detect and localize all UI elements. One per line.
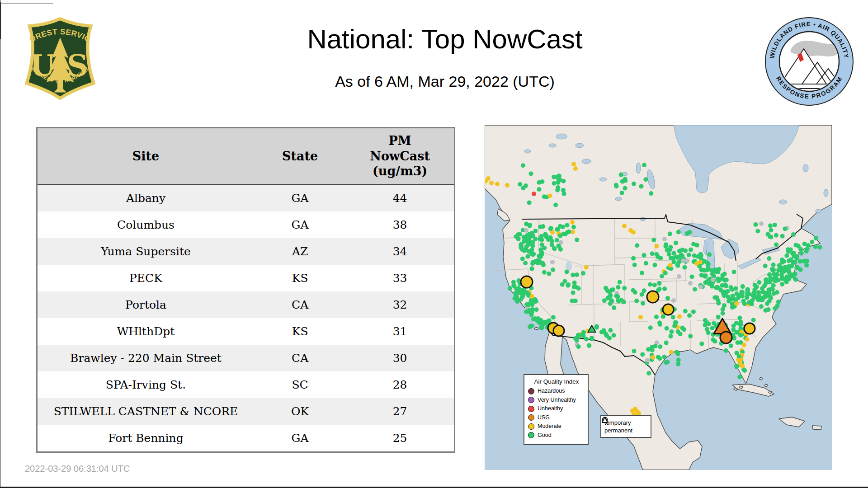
monitor-dot	[707, 252, 712, 257]
state-cell: GA	[254, 184, 346, 211]
monitor-dot	[557, 244, 561, 249]
monitor-dot	[648, 282, 652, 287]
monitor-dot	[813, 244, 818, 249]
monitor-dot	[788, 257, 793, 262]
monitor-dot	[665, 326, 669, 331]
monitor-dot	[771, 263, 776, 267]
monitor-dot	[685, 258, 689, 263]
monitor-dot	[784, 253, 789, 258]
monitor-dot	[544, 321, 549, 325]
monitor-dot	[740, 364, 745, 368]
monitor-dot	[818, 245, 822, 249]
monitor-dot	[664, 242, 668, 247]
site-cell: Portola	[37, 291, 254, 318]
monitor-dot	[705, 261, 710, 266]
monitor-dot	[738, 322, 743, 326]
monitor-dot	[767, 290, 771, 295]
monitor-dot	[672, 260, 676, 264]
table-side-divider	[460, 104, 460, 454]
state-cell: GA	[254, 211, 346, 238]
monitor-dot	[581, 333, 585, 338]
monitor-dot	[525, 236, 530, 240]
monitor-dot	[802, 242, 807, 246]
monitor-dot	[575, 238, 579, 242]
monitor-dot	[726, 299, 731, 303]
monitor-dot	[489, 181, 494, 185]
monitor-dot	[622, 224, 627, 228]
top-site-marker	[553, 325, 564, 336]
monitor-dot	[555, 238, 559, 242]
site-cell: Yuma Supersite	[37, 238, 254, 265]
monitor-dot	[765, 301, 769, 306]
monitor-dot	[724, 348, 728, 353]
unhealthy-swatch-icon	[528, 406, 534, 412]
monitor-dot	[631, 288, 635, 293]
monitor-dot	[662, 237, 667, 241]
monitor-dot	[635, 243, 639, 248]
monitor-dot	[599, 330, 604, 334]
monitor-dot	[711, 277, 715, 282]
monitor-dot	[587, 343, 591, 348]
monitor-dot	[681, 258, 685, 263]
monitor-dot	[649, 191, 653, 196]
site-cell: Brawley - 220 Main Street	[37, 345, 254, 371]
monitor-dot	[538, 254, 543, 259]
legend-item-permanent: permanent	[604, 427, 649, 434]
monitor-dot	[576, 344, 581, 349]
monitor-dot	[640, 352, 645, 357]
pm-nowcast-cell: 31	[346, 318, 454, 345]
aqi-legend-label: Very Unhealthy	[538, 397, 576, 403]
monitor-dot	[740, 290, 745, 295]
monitor-dot	[530, 294, 534, 299]
monitor-dot	[534, 307, 539, 312]
monitor-dot	[787, 264, 791, 268]
monitor-dot	[650, 252, 655, 256]
monitor-dot	[734, 301, 739, 306]
monitor-dot	[665, 296, 670, 300]
monitor-dot	[516, 232, 520, 237]
permanent-marker-icon	[601, 416, 609, 423]
state-cell: GA	[254, 425, 346, 452]
monitor-dot	[745, 287, 750, 291]
monitor-dot	[676, 352, 680, 356]
monitor-dot	[773, 223, 777, 227]
monitor-dot	[538, 237, 542, 241]
monitor-dot	[572, 281, 577, 285]
monitor-dot	[542, 194, 547, 199]
monitor-dot	[558, 178, 562, 182]
monitor-dot	[622, 286, 627, 291]
monitor-dot	[528, 223, 532, 227]
aqi-legend-item: USG	[528, 414, 585, 421]
monitor-dot	[567, 230, 571, 234]
monitor-dot	[644, 261, 648, 266]
report-page: FOREST SERVICE U S DEPARTMENT OF AGRICUL…	[0, 0, 868, 488]
monitor-dot	[668, 232, 672, 236]
site-cell: Fort Benning	[37, 425, 254, 452]
top-site-marker	[744, 323, 755, 334]
monitor-dot	[712, 296, 717, 300]
monitor-dot	[571, 273, 575, 277]
monitor-dot	[529, 302, 533, 306]
monitor-dot	[676, 358, 681, 362]
monitor-dot	[520, 295, 525, 299]
monitor-dot	[721, 307, 725, 312]
monitor-dot	[724, 278, 729, 282]
monitor-dot	[776, 300, 781, 304]
usg-swatch-icon	[528, 414, 534, 421]
monitor-dot	[769, 228, 774, 233]
monitor-dot	[682, 265, 687, 270]
monitor-dot	[763, 264, 768, 268]
monitor-dot	[650, 345, 654, 349]
monitor-dot	[752, 287, 757, 292]
monitor-dot	[547, 272, 552, 276]
monitor-dot	[571, 162, 576, 166]
monitor-dot	[556, 227, 560, 232]
monitor-dot	[771, 283, 776, 288]
monitor-dot	[516, 237, 521, 241]
monitor-dot	[642, 288, 646, 293]
monitor-dot	[659, 256, 663, 260]
column-header-pm-nowcast: PM NowCast (ug/m3)	[346, 128, 454, 185]
monitor-dot	[561, 188, 566, 192]
monitor-dot	[755, 229, 760, 234]
monitor-dot	[536, 258, 540, 263]
